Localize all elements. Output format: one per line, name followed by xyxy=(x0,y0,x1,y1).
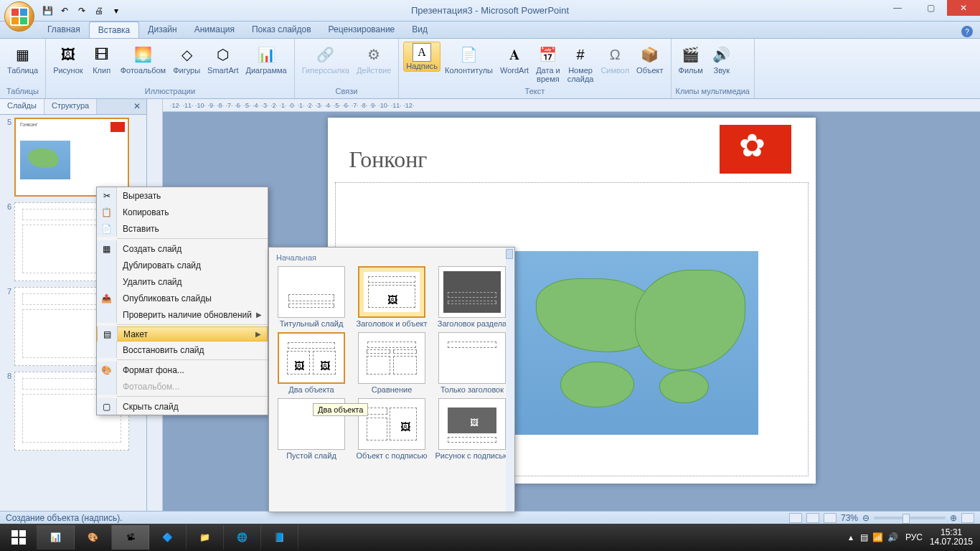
wordart-icon: 𝐀 xyxy=(503,43,526,66)
statusbar: Создание объекта (надпись). 73% ⊖ ⊕ xyxy=(0,511,980,524)
ribbon-group: ▦ТаблицаТаблицы xyxy=(0,39,46,98)
movie-button[interactable]: 🎬Фильм xyxy=(676,42,706,76)
chart-button[interactable]: 📊Диаграмма xyxy=(243,42,290,76)
tray-up-icon[interactable]: ▴ xyxy=(849,532,853,542)
print-icon[interactable]: 🖨 xyxy=(92,4,106,18)
ribbon-group: AНадпись📄Колонтитулы𝐀WordArt📅Дата ивремя… xyxy=(399,39,671,98)
taskbar-app-icon[interactable]: 🔷 xyxy=(149,525,187,550)
taskbar-excel-icon[interactable]: 📊 xyxy=(37,525,75,550)
menu-item-icon: ▦ xyxy=(97,240,117,257)
tab-outline[interactable]: Структура xyxy=(44,99,97,114)
layout-option[interactable]: 🖼🖼Два объекта xyxy=(273,332,349,394)
shapes-button[interactable]: ◇Фигуры xyxy=(170,42,203,76)
clip-button[interactable]: 🎞Клип xyxy=(88,42,116,76)
date-button[interactable]: 📅Дата ивремя xyxy=(533,42,563,85)
tray-language[interactable]: РУС xyxy=(905,532,923,542)
menu-item-icon: 📤 xyxy=(97,290,117,306)
qat-dropdown-icon[interactable]: ▾ xyxy=(109,4,123,18)
context-menu-item[interactable]: 📄Вставить xyxy=(97,220,268,237)
view-sorter-button[interactable] xyxy=(806,513,819,523)
layout-option[interactable]: 🖼Заголовок и объект xyxy=(354,266,430,328)
layout-option[interactable]: 🖼Рисунок с подписью xyxy=(434,398,510,460)
context-menu-item[interactable]: 🎨Формат фона... xyxy=(97,362,268,378)
layout-scrollbar[interactable] xyxy=(506,248,514,512)
slide-thumbnail[interactable]: Гонконг xyxy=(14,118,129,197)
save-icon[interactable]: 💾 xyxy=(40,4,55,18)
menu-item-icon: 🎨 xyxy=(97,362,117,378)
layout-option[interactable]: Заголовок раздела xyxy=(434,266,510,328)
menu-item-icon xyxy=(97,306,117,323)
map-image[interactable] xyxy=(512,251,758,435)
help-button[interactable]: ? xyxy=(961,26,973,37)
close-button[interactable]: ✕ xyxy=(947,0,980,16)
table-button[interactable]: ▦Таблица xyxy=(4,42,41,76)
context-menu-item[interactable]: ✂Вырезать xyxy=(97,187,268,204)
context-menu-item[interactable]: Восстановить слайд xyxy=(97,342,268,358)
ribbon-tab-6[interactable]: Вид xyxy=(403,22,436,38)
view-normal-button[interactable] xyxy=(789,513,802,523)
header-button[interactable]: 📄Колонтитулы xyxy=(442,42,496,76)
slide-number: 7 xyxy=(3,287,14,366)
context-menu-item[interactable]: ▤Макет▶ xyxy=(97,326,268,342)
sound-button[interactable]: 🔊Звук xyxy=(707,42,736,76)
context-menu-item[interactable]: Дублировать слайд xyxy=(97,257,268,273)
tab-slides[interactable]: Слайды xyxy=(0,99,44,114)
album-button[interactable]: 🌅Фотоальбом xyxy=(118,42,169,76)
shapes-icon: ◇ xyxy=(175,43,198,66)
group-label: Таблицы xyxy=(4,87,41,97)
svg-rect-1 xyxy=(19,530,26,537)
taskbar-powerpoint-icon[interactable]: 📽 xyxy=(112,525,149,550)
object-button[interactable]: 📦Объект xyxy=(633,42,666,76)
maximize-button[interactable]: ▢ xyxy=(914,0,947,16)
slide-title-text[interactable]: Гонконг xyxy=(349,146,428,173)
layout-option[interactable]: Сравнение xyxy=(354,332,430,394)
smartart-button[interactable]: ⬡SmartArt xyxy=(204,42,241,76)
number-button[interactable]: #Номерслайда xyxy=(565,42,597,85)
context-menu-item[interactable]: ▢Скрыть слайд xyxy=(97,398,268,415)
status-text: Создание объекта (надпись). xyxy=(6,513,123,523)
textbox-button[interactable]: AНадпись xyxy=(403,42,440,72)
svg-rect-3 xyxy=(19,538,26,545)
ribbon-tab-3[interactable]: Анимация xyxy=(186,22,243,38)
menu-item-icon xyxy=(97,273,117,290)
taskbar-word-icon[interactable]: 📘 xyxy=(261,525,298,550)
context-menu-item[interactable]: 📋Копировать xyxy=(97,204,268,220)
layout-option[interactable]: Титульный слайд xyxy=(273,266,349,328)
taskbar-chrome-icon[interactable]: 🌐 xyxy=(224,525,261,550)
view-slideshow-button[interactable] xyxy=(824,513,837,523)
windows-taskbar: 📊 🎨 📽 🔷 📁 🌐 📘 ▴ ▤ 📶 🔊 РУС 15:31 14.07.20… xyxy=(0,524,980,551)
context-menu-item[interactable]: Удалить слайд xyxy=(97,273,268,290)
tray-action-center-icon[interactable]: ▤ xyxy=(860,532,868,542)
action-button: ⚙Действие xyxy=(354,42,394,76)
undo-icon[interactable]: ↶ xyxy=(57,4,72,18)
ribbon-tab-4[interactable]: Показ слайдов xyxy=(243,22,320,38)
ribbon-tab-0[interactable]: Главная xyxy=(39,22,89,38)
hong-kong-flag-icon[interactable] xyxy=(720,125,791,174)
context-menu-item[interactable]: Проверить наличие обновлений▶ xyxy=(97,306,268,323)
office-button[interactable] xyxy=(4,1,34,32)
layout-option[interactable]: Только заголовок xyxy=(434,332,510,394)
zoom-slider[interactable] xyxy=(874,517,946,519)
start-button[interactable] xyxy=(0,525,37,550)
taskbar-paint-icon[interactable]: 🎨 xyxy=(75,525,112,550)
redo-icon[interactable]: ↷ xyxy=(75,4,89,18)
system-tray: ▴ ▤ 📶 🔊 РУС 15:31 14.07.2015 xyxy=(849,528,980,547)
ribbon-tab-5[interactable]: Рецензирование xyxy=(320,22,404,38)
panel-close-button[interactable]: ✕ xyxy=(128,99,146,114)
ribbon-tab-2[interactable]: Дизайн xyxy=(139,22,185,38)
office-logo-icon xyxy=(10,7,29,26)
tray-date[interactable]: 14.07.2015 xyxy=(930,537,973,547)
tray-volume-icon[interactable]: 🔊 xyxy=(887,532,898,542)
zoom-in-button[interactable]: ⊕ xyxy=(950,513,957,523)
ribbon-tab-1[interactable]: Вставка xyxy=(89,22,140,38)
taskbar-explorer-icon[interactable]: 📁 xyxy=(187,525,224,550)
tray-network-icon[interactable]: 📶 xyxy=(872,532,883,542)
minimize-button[interactable]: — xyxy=(881,0,914,16)
context-menu-item[interactable]: 📤Опубликовать слайды xyxy=(97,290,268,306)
wordart-button[interactable]: 𝐀WordArt xyxy=(497,42,532,76)
fit-button[interactable] xyxy=(961,513,974,523)
zoom-out-button[interactable]: ⊖ xyxy=(862,513,870,523)
window-title: Презентация3 - Microsoft PowerPoint xyxy=(411,5,569,16)
picture-button[interactable]: 🖼Рисунок xyxy=(50,42,86,76)
context-menu-item[interactable]: ▦Создать слайд xyxy=(97,240,268,257)
